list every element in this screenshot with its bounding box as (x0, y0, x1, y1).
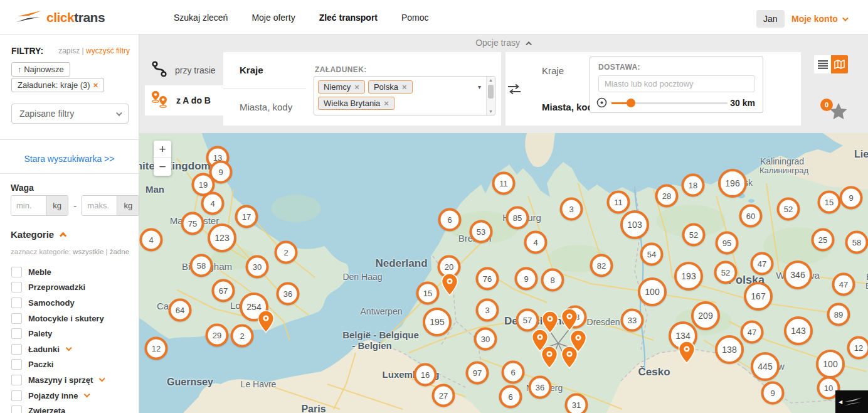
scrollbar-thumb[interactable] (488, 85, 494, 99)
map-cluster[interactable]: 31 (565, 394, 588, 413)
category-row[interactable]: Paczki (11, 357, 135, 373)
category-row[interactable]: Maszyny i sprzęt (11, 372, 135, 388)
country-tag[interactable]: Niemcy× (318, 80, 365, 94)
map-cluster[interactable]: 11 (492, 172, 516, 195)
category-checkbox[interactable] (11, 344, 22, 355)
map-cluster[interactable]: 4 (201, 192, 225, 215)
map-cluster[interactable]: 95 (716, 232, 739, 255)
category-checkbox[interactable] (11, 282, 22, 292)
map-cluster[interactable]: 47 (832, 273, 855, 296)
delivery-tab-cities[interactable]: Miasta, kody (526, 89, 588, 126)
category-row[interactable]: Samochody (11, 295, 135, 311)
map-cluster[interactable]: 15 (416, 282, 440, 305)
map-cluster[interactable]: 196 (718, 169, 747, 198)
user-initials-badge[interactable]: Jan (756, 10, 785, 28)
clicktrans-logo[interactable]: clicktrans (15, 8, 105, 28)
map-cluster[interactable]: 209 (691, 301, 720, 330)
map-cluster[interactable]: 58 (190, 254, 213, 277)
delivery-city-input[interactable] (598, 75, 755, 92)
remove-tag-icon[interactable]: × (402, 82, 407, 92)
nav-item[interactable]: Moje oferty (251, 13, 295, 23)
favorites-star[interactable]: 0 (829, 102, 854, 124)
map-cluster[interactable]: 4 (524, 231, 548, 254)
map-cluster[interactable]: 143 (784, 316, 813, 345)
category-checkbox[interactable] (11, 405, 22, 413)
caret-down-icon[interactable]: ▾ (478, 83, 481, 90)
remove-tag-icon[interactable]: × (354, 82, 359, 92)
category-row[interactable]: Zwierzęta (11, 403, 135, 413)
map-cluster[interactable]: 28 (655, 185, 679, 208)
map-cluster[interactable]: 54 (640, 243, 664, 266)
map-cluster[interactable]: 89 (827, 303, 850, 326)
map-cluster[interactable]: 193 (674, 262, 703, 291)
map-pin[interactable] (257, 310, 275, 336)
category-row[interactable]: Pojazdy inne (11, 388, 135, 404)
category-row[interactable]: Meble (11, 264, 135, 280)
map-cluster[interactable]: 53 (470, 220, 493, 244)
map-cluster[interactable]: 2 (275, 241, 298, 264)
remove-tag-icon[interactable]: × (384, 99, 389, 108)
category-checkbox[interactable] (11, 267, 22, 277)
category-checkbox[interactable] (11, 375, 22, 385)
category-checkbox[interactable] (11, 313, 22, 324)
saved-filters-select[interactable]: Zapisane filtry (11, 104, 129, 124)
nav-item[interactable]: Szukaj zleceń (174, 13, 228, 23)
remove-filter-icon[interactable]: × (93, 80, 98, 90)
map-cluster[interactable]: 3 (560, 198, 583, 221)
map-cluster[interactable]: 15 (818, 191, 841, 214)
category-row[interactable]: Palety (11, 326, 135, 341)
map-cluster[interactable]: 57 (516, 309, 539, 332)
scroll-down-icon[interactable]: ▼ (487, 109, 495, 114)
map-cluster[interactable]: 76 (476, 267, 499, 291)
map-cluster[interactable]: 52 (714, 261, 738, 284)
my-account-menu[interactable]: Moje konto (791, 14, 847, 24)
map-cluster[interactable]: 346 (783, 260, 812, 289)
map-cluster[interactable]: 36 (529, 376, 552, 399)
sort-chip[interactable]: ↑ Najnowsze (11, 62, 70, 77)
clear-filters-link[interactable]: wyczyść filtry (86, 46, 130, 55)
map-cluster[interactable]: 195 (423, 308, 452, 336)
map-cluster[interactable]: 97 (466, 362, 489, 385)
weight-max-input[interactable] (82, 196, 117, 215)
map-cluster[interactable]: 67 (212, 279, 235, 303)
map-pin[interactable] (541, 346, 558, 372)
map-cluster[interactable]: 33 (621, 309, 644, 332)
category-row[interactable]: Motocykle i skutery (11, 311, 135, 326)
map-cluster[interactable]: 138 (715, 335, 744, 364)
map-cluster[interactable]: 64 (169, 299, 192, 322)
map-cluster[interactable]: 12 (847, 336, 868, 360)
map-canvas[interactable]: + − ◀ United KingdomManManchesterBirming… (139, 133, 868, 413)
save-filters-link[interactable]: zapisz (58, 46, 80, 55)
map-brand-widget[interactable]: ◀ (835, 390, 868, 413)
chevron-down-icon[interactable] (84, 391, 90, 397)
map-cluster[interactable]: 445 (751, 352, 780, 381)
map-cluster[interactable]: 2 (231, 324, 254, 348)
category-row[interactable]: Przeprowadzki (11, 280, 135, 296)
map-cluster[interactable]: 3 (476, 299, 499, 322)
select-all-link[interactable]: wszystkie (73, 248, 103, 255)
map-cluster[interactable]: 103 (620, 210, 649, 239)
map-cluster[interactable]: 58 (845, 231, 868, 254)
list-view-button[interactable] (814, 55, 831, 73)
map-cluster[interactable]: 6 (438, 208, 462, 232)
map-cluster[interactable]: 47 (751, 252, 774, 276)
category-checkbox[interactable] (11, 359, 22, 370)
category-checkbox[interactable] (11, 328, 22, 339)
map-cluster[interactable]: 85 (506, 206, 529, 230)
map-cluster[interactable]: 75 (181, 212, 204, 235)
category-row[interactable]: Ładunki (11, 341, 135, 357)
country-tag[interactable]: Wielka Brytania× (318, 97, 394, 110)
map-cluster[interactable]: 18 (682, 174, 705, 197)
tab-z-a-do-b[interactable]: z A do B (145, 85, 224, 115)
map-cluster[interactable]: 9 (840, 186, 863, 210)
tab-przy-trasie[interactable]: przy trasie (145, 55, 224, 85)
weight-min-input[interactable] (11, 196, 46, 215)
map-cluster[interactable]: 167 (744, 282, 773, 311)
radius-slider-knob[interactable] (627, 99, 635, 107)
select-none-link[interactable]: żadne (110, 248, 129, 255)
category-checkbox[interactable] (11, 390, 22, 401)
swap-directions-icon[interactable] (507, 83, 522, 97)
map-cluster[interactable]: 52 (777, 198, 800, 221)
map-cluster[interactable]: 25 (812, 228, 835, 252)
map-pin[interactable] (441, 273, 458, 299)
